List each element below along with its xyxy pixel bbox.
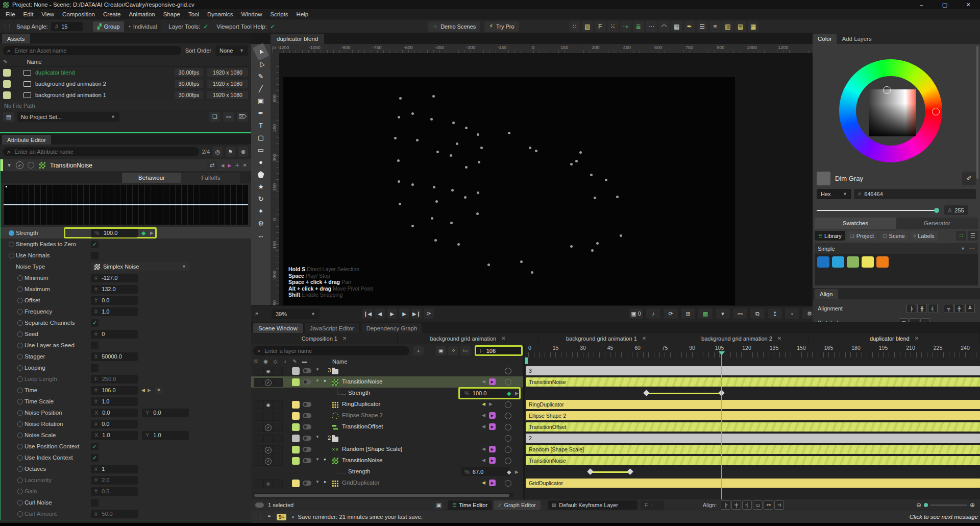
keyframe-align-icon[interactable]: ⚯ [764,500,773,510]
timeline-bar[interactable]: TransitionNoise [526,456,980,465]
attribute-radio[interactable] [17,500,23,506]
try-pro-button[interactable]: ⚡ Try Pro [484,21,519,32]
layer-cell[interactable]: ◉ [263,400,273,410]
layer-row[interactable]: ✓▼●TransitionNoise◀▶ [251,455,523,466]
layer-row[interactable]: ▼2 [251,433,523,444]
keyframe-align-icon[interactable]: ⊣ [774,500,784,510]
screen-button[interactable]: ▭ [733,308,747,319]
close-tab-icon[interactable]: ✕ [501,336,505,341]
attribute-search[interactable]: ⌕ [3,147,199,156]
layer-circle-toggle[interactable] [505,435,511,442]
next-keyframe-icon[interactable]: ▶ [150,230,154,235]
motion-path-icon[interactable]: ⇢ [620,21,631,32]
tab-javascript-editor[interactable]: JavaScript Editor [305,323,359,333]
magic-filter-icon[interactable]: ⁘ [448,346,458,355]
next-keyframe-icon[interactable]: ▶ [489,412,496,419]
tab-add-layers[interactable]: Add Layers [837,34,876,44]
layer-cell[interactable] [273,445,283,455]
work-area-start-marker[interactable] [525,357,528,364]
menu-view[interactable]: View [37,9,58,19]
loop-button[interactable]: ⟳ [424,308,434,319]
attribute-value-field[interactable]: %100.0 [461,389,510,397]
close-tab-icon[interactable]: ✕ [777,336,781,341]
layer-row[interactable]: ✓TransitionOffset◀▶ [251,421,523,433]
layer-cell[interactable] [254,367,263,376]
menu-composition[interactable]: Composition [58,9,99,19]
layer-toggle[interactable] [303,458,311,463]
tab-assets[interactable]: Assets [2,34,30,43]
attribute-radio[interactable] [9,253,14,258]
grid-view-icon[interactable]: ∷ [956,231,966,241]
draw-tool[interactable]: ✎ [254,70,268,82]
expand-chevron-icon[interactable]: ▼ [315,435,320,439]
cube-icon[interactable]: ▧ [582,21,593,32]
close-button[interactable]: ✕ [957,0,980,9]
sparkle-tool[interactable]: ✦ [254,205,268,217]
layer-color-chip[interactable] [292,457,300,465]
timeline-track[interactable]: TransitionNoise [525,455,980,466]
tab-align[interactable]: Align [815,289,838,299]
layer-color-chip[interactable] [292,367,300,375]
layer-cell[interactable] [254,457,263,466]
layer-toggle[interactable] [303,436,311,441]
timeline-track[interactable]: Ellipse Shape 2 [525,410,980,421]
hue-selector[interactable] [932,108,940,115]
align-horizontal-icon[interactable]: ╡ [928,304,938,313]
color-swatch[interactable] [876,256,889,268]
project-settings-icon[interactable]: ▤ [3,112,14,122]
previous-keyframe-icon[interactable]: ◀ [482,446,485,451]
align-vertical-icon[interactable]: ╫ [954,304,964,313]
go-to-start-button[interactable]: ❙◀ [362,308,373,319]
layer-cell[interactable] [254,378,263,387]
layer-toggle[interactable] [303,379,311,385]
align-horizontal-icon[interactable]: ╫ [917,304,927,313]
project-set-select[interactable]: No Project Set...▼ [17,112,119,122]
scatter-icon[interactable]: ⁙ [607,21,619,32]
selection-toggle-icon[interactable] [255,503,264,508]
next-keyframe-icon[interactable]: ▶ [489,378,496,385]
attribute-value-field[interactable]: F250.0 [91,375,138,384]
menu-file[interactable]: File [2,9,19,19]
monitor-icon[interactable]: ▭ [223,112,234,122]
layer-toggle[interactable] [303,424,311,429]
attribute-value-field[interactable]: %67.0 [461,467,510,476]
timeline-track[interactable]: TransitionNoise [525,376,980,388]
attribute-radio[interactable] [17,354,23,360]
arc-icon[interactable]: ◠ [658,21,670,32]
attribute-radio[interactable] [17,320,23,326]
tab-attribute-editor[interactable]: Attribute Editor [2,135,51,145]
attribute-y-field[interactable]: Y1.0 [142,431,189,440]
maximize-button[interactable]: ▢ [933,0,957,9]
next-keyframe-icon[interactable]: ▶ [489,446,496,452]
refresh-button[interactable]: ⟳ [664,308,678,319]
close-node-icon[interactable]: ✕ [243,162,247,168]
timeline-zoom-knob[interactable] [924,503,928,507]
layer-attr-row[interactable]: Strength%67.0◆▶ [251,466,523,477]
lib-tab-scene[interactable]: ▢Scene [879,231,909,241]
timeline-bar[interactable]: GridDuplicator [526,479,980,488]
star-tool[interactable]: ★ [254,181,268,193]
timeline-bar[interactable]: RingDuplicator [526,400,980,409]
attribute-y-field[interactable]: Y0.0 [142,409,189,417]
scrollbar-thumb[interactable] [254,494,509,497]
snap-angle-field[interactable]: # 15 [51,22,83,31]
next-keyframe-icon[interactable]: ▶ [148,388,151,393]
layer-color-chip[interactable] [292,435,300,442]
align-horizontal-icon[interactable]: ╞ [906,304,916,313]
attribute-value-field[interactable]: %100.0 [91,229,138,237]
menu-edit[interactable]: Edit [19,9,38,19]
attribute-radio[interactable] [17,466,23,472]
saturation-value-square[interactable] [869,89,916,136]
attribute-checkbox[interactable]: ✓ [91,241,99,248]
attribute-checkbox[interactable] [91,252,99,259]
layer-row[interactable]: ✓▼●TransitionNoise◀▶ [251,376,523,388]
color-swatch[interactable] [847,256,859,268]
previous-keyframe-icon[interactable]: ◀ [482,379,485,384]
attribute-value-field[interactable]: #50.0 [91,510,138,518]
next-message-link[interactable]: Click to see next message [910,514,978,520]
layer-search[interactable]: ⌕ [253,346,409,355]
layer-cell[interactable] [254,423,263,432]
align-center-icon[interactable]: ≡ [709,21,721,32]
layer-row[interactable]: ◉▼●GridDuplicator◀▶ [251,477,523,489]
layer-circle-toggle[interactable] [505,368,511,374]
